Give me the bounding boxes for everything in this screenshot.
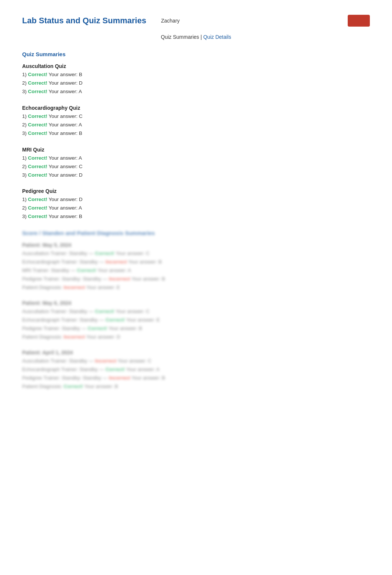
user-name: Zachary [161, 18, 180, 24]
blurred-item: Echocardiograph Trainer: Standby — Corre… [22, 316, 370, 324]
blurred-block-title: Patient: April 1, 2024 [22, 350, 370, 355]
quiz-name: MRI Quiz [22, 147, 370, 153]
blurred-item: Patient Diagnosis: Incorrect Your answer… [22, 333, 370, 341]
quiz-name: Pedigree Quiz [22, 188, 370, 194]
quiz-status: Correct! [28, 155, 48, 161]
quiz-item: 3) Correct! Your answer: D [22, 171, 370, 180]
page-title: Lab Status and Quiz Summaries [22, 16, 146, 25]
blurred-item: Auscultation Trainer: Standby — Correct!… [22, 307, 370, 316]
quiz-item: 3) Correct! Your answer: B [22, 129, 370, 138]
blurred-blocks-container: Patient: May 5, 2024Auscultation Trainer… [22, 242, 370, 391]
quiz-item: 2) Correct! Your answer: A [22, 204, 370, 212]
quiz-status: Correct! [28, 205, 48, 211]
blurred-status: Correct! [95, 309, 114, 314]
quiz-item: 3) Correct! Your answer: B [22, 212, 370, 221]
quiz-blocks-container: Auscultation Quiz1) Correct! Your answer… [22, 63, 370, 221]
quiz-item: 1) Correct! Your answer: C [22, 112, 370, 121]
quiz-status: Correct! [28, 80, 48, 86]
blurred-status: Correct! [106, 317, 125, 323]
quiz-status: Correct! [28, 214, 48, 219]
quiz-item: 2) Correct! Your answer: D [22, 79, 370, 88]
blurred-status: Incorrect [109, 375, 130, 381]
blurred-item: Patient Diagnosis: Incorrect Your answer… [22, 283, 370, 292]
blurred-item: Pedigree Trainer: Standby — Correct! You… [22, 324, 370, 333]
quiz-name: Auscultation Quiz [22, 63, 370, 69]
nav-quiz-details[interactable]: Quiz Details [203, 34, 231, 40]
blurred-status: Incorrect [64, 285, 85, 290]
quiz-item: 3) Correct! Your answer: A [22, 88, 370, 96]
blurred-section-title: Score / Standen and Patient Diagnosis Su… [22, 230, 370, 236]
quiz-status: Correct! [28, 164, 48, 169]
blurred-block-title: Patient: May 5, 2024 [22, 242, 370, 248]
blurred-item: Pedigree Trainer: Standby: Standby — Inc… [22, 374, 370, 382]
quiz-name: Echocardiography Quiz [22, 105, 370, 111]
blurred-section: Score / Standen and Patient Diagnosis Su… [22, 230, 370, 391]
blurred-block-title: Patient: May 6, 2024 [22, 300, 370, 306]
quiz-status: Correct! [28, 89, 48, 94]
avatar-button[interactable] [348, 15, 370, 27]
blurred-block: Patient: April 1, 2024Auscultation Train… [22, 350, 370, 391]
nav-quiz-summaries: Quiz Summaries [161, 34, 199, 40]
quiz-status: Correct! [28, 72, 48, 77]
quiz-summaries-heading: Quiz Summaries [22, 51, 370, 57]
quiz-item: 1) Correct! Your answer: A [22, 154, 370, 163]
page-header: Lab Status and Quiz Summaries Zachary [22, 15, 370, 27]
quiz-status: Correct! [28, 197, 48, 202]
quiz-block: MRI Quiz1) Correct! Your answer: A2) Cor… [22, 147, 370, 180]
blurred-item: MRI Trainer: Standby — Correct! Your ans… [22, 266, 370, 275]
quiz-item: 2) Correct! Your answer: A [22, 121, 370, 129]
blurred-status: Correct! [88, 326, 107, 331]
blurred-status: Incorrect [109, 276, 130, 282]
quiz-block: Echocardiography Quiz1) Correct! Your an… [22, 105, 370, 138]
quiz-item: 1) Correct! Your answer: D [22, 195, 370, 204]
blurred-block: Patient: May 6, 2024Auscultation Trainer… [22, 300, 370, 341]
quiz-item: 1) Correct! Your answer: B [22, 71, 370, 79]
blurred-item: Auscultation Trainer: Standby — Incorrec… [22, 357, 370, 365]
quiz-status: Correct! [28, 130, 48, 136]
quiz-block: Auscultation Quiz1) Correct! Your answer… [22, 63, 370, 96]
quiz-block: Pedigree Quiz1) Correct! Your answer: D2… [22, 188, 370, 221]
nav-separator: | [200, 34, 203, 40]
quiz-status: Correct! [28, 172, 48, 178]
blurred-status: Incorrect [106, 259, 127, 265]
quiz-item: 2) Correct! Your answer: C [22, 163, 370, 171]
blurred-status: Incorrect [95, 358, 116, 364]
quiz-status: Correct! [28, 113, 48, 119]
nav-bar: Quiz Summaries | Quiz Details [22, 34, 370, 40]
blurred-status: Correct! [106, 367, 125, 372]
quiz-status: Correct! [28, 122, 48, 127]
blurred-item: Patient Diagnosis: Correct! Your answer:… [22, 382, 370, 391]
blurred-status: Correct! [77, 268, 97, 273]
blurred-status: Incorrect [64, 334, 85, 340]
blurred-item: Echocardiograph Trainer: Standby — Incor… [22, 258, 370, 266]
blurred-item: Pedigree Trainer: Standby: Standby — Inc… [22, 275, 370, 283]
blurred-status: Correct! [95, 251, 114, 256]
blurred-status: Correct! [64, 384, 83, 389]
blurred-block: Patient: May 5, 2024Auscultation Trainer… [22, 242, 370, 292]
blurred-item: Echocardiograph Trainer: Standby — Corre… [22, 365, 370, 374]
blurred-item: Auscultation Trainer: Standby — Correct!… [22, 249, 370, 258]
